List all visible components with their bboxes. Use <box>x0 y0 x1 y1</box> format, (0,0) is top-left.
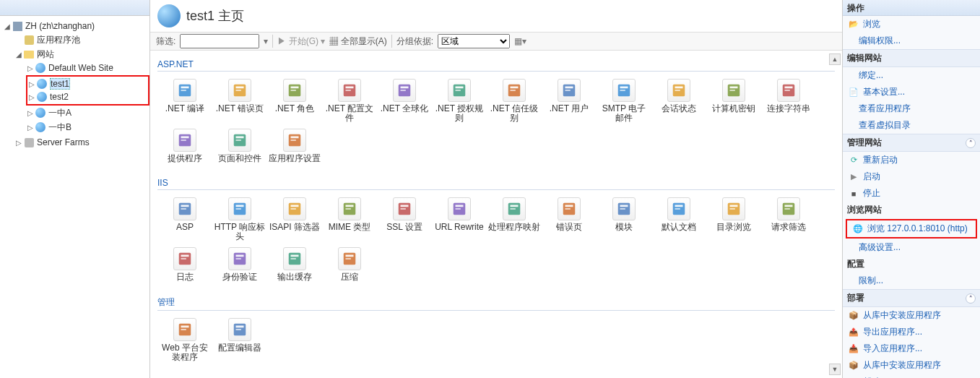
action-start[interactable]: ▶启动 <box>843 168 980 185</box>
action-stop[interactable]: ■停止 <box>843 185 980 202</box>
svg-rect-10 <box>346 87 354 89</box>
feature-tile[interactable]: .NET 全球化 <box>377 76 432 126</box>
expand-icon[interactable]: ◢ <box>14 51 23 59</box>
tree-site-b[interactable]: ▷ 一中B <box>26 121 149 134</box>
feature-tile[interactable]: SMTP 电子邮件 <box>597 76 651 126</box>
feature-tile[interactable]: 压缩 <box>322 244 377 285</box>
feature-tile[interactable]: 请求筛选 <box>761 194 816 244</box>
action-install-gallery-2[interactable]: 📦从库中安装应用程序 <box>843 357 980 374</box>
feature-tile[interactable]: 页面和控件 <box>212 126 267 166</box>
feature-tile[interactable]: 日志 <box>157 244 212 285</box>
view-toggle-icon[interactable]: ▦▾ <box>514 36 526 46</box>
feature-tile[interactable]: 错误页 <box>542 194 597 244</box>
action-basic-settings[interactable]: 📄基本设置... <box>843 84 980 100</box>
feature-tile[interactable]: .NET 授权规则 <box>432 76 487 126</box>
feature-tile[interactable]: 输出缓存 <box>267 244 322 285</box>
feature-label: .NET 角色 <box>275 104 314 113</box>
feature-tile[interactable]: MIME 类型 <box>322 194 377 244</box>
svg-rect-4 <box>236 87 244 89</box>
feature-tile[interactable]: 目录浏览 <box>706 194 761 244</box>
svg-rect-47 <box>181 208 186 210</box>
svg-rect-65 <box>511 208 516 210</box>
expand-icon[interactable]: ▷ <box>27 93 36 101</box>
feature-tile[interactable]: 处理程序映射 <box>487 194 542 244</box>
action-install-gallery[interactable]: 📦从库中安装应用程序 <box>843 307 980 324</box>
feature-tile[interactable]: 应用程序设置 <box>267 126 322 166</box>
expand-icon[interactable]: ▷ <box>27 80 36 88</box>
show-all-button[interactable]: ▦ 全部显示(A) <box>329 35 386 48</box>
tree-site-default[interactable]: ▷ Default Web Site <box>26 61 149 74</box>
tree-server-farms[interactable]: ▷ Server Farms <box>14 136 149 149</box>
action-browse-url[interactable]: 🌐浏览 127.0.0.1:8010 (http) <box>847 220 976 237</box>
feature-tile[interactable]: Web 平台安装程序 <box>157 315 212 365</box>
feature-tile[interactable]: 提供程序 <box>157 126 212 166</box>
feature-tile[interactable]: .NET 用户 <box>542 76 597 126</box>
connections-header <box>0 0 149 16</box>
feature-tile[interactable]: 身份验证 <box>212 244 267 285</box>
feature-tile[interactable]: HTTP 响应标头 <box>212 194 267 244</box>
feature-tile[interactable]: 计算机密钥 <box>706 76 761 126</box>
action-restart[interactable]: ⟳重新启动 <box>843 152 980 168</box>
feature-tile[interactable]: .NET 信任级别 <box>487 76 542 126</box>
action-explore[interactable]: 📂浏览 <box>843 16 980 33</box>
section-deploy[interactable]: 部署˄ <box>843 289 980 307</box>
feature-grid: ASPHTTP 响应标头ISAPI 筛选器MIME 类型SSL 设置URL Re… <box>157 194 835 285</box>
feature-tile[interactable]: ASP <box>157 194 212 244</box>
start-button[interactable]: ▶ 开始(G) ▾ <box>277 35 325 48</box>
feature-tile[interactable]: 模块 <box>597 194 651 244</box>
feature-tile[interactable]: 默认文档 <box>651 194 706 244</box>
dropdown-icon[interactable]: ▾ <box>264 36 268 46</box>
tree-sites[interactable]: ◢ 网站 <box>14 48 149 61</box>
tree-site-a[interactable]: ▷ 一中A <box>26 106 149 119</box>
expand-icon[interactable]: ▷ <box>14 139 23 147</box>
feature-tile[interactable]: ISAPI 筛选器 <box>267 194 322 244</box>
feature-icon <box>612 79 636 102</box>
tree-server-node[interactable]: ◢ ZH (zh\zhanghan) <box>3 20 149 33</box>
feature-tile[interactable]: 会话状态 <box>651 76 706 126</box>
scroll-up-icon[interactable]: ▲ <box>829 53 841 65</box>
feature-tile[interactable]: .NET 错误页 <box>212 76 267 126</box>
feature-tile[interactable]: 配置编辑器 <box>212 315 267 365</box>
expand-icon[interactable]: ◢ <box>3 22 12 30</box>
feature-tile[interactable]: .NET 编译 <box>157 76 212 126</box>
action-help[interactable]: ?帮助 <box>843 374 980 378</box>
expand-icon[interactable]: ▷ <box>26 124 35 132</box>
feature-tile[interactable]: URL Rewrite <box>432 194 487 244</box>
globe-icon <box>36 91 48 103</box>
svg-rect-73 <box>675 205 683 207</box>
action-export-app[interactable]: 📤导出应用程序... <box>843 324 980 340</box>
feature-grid: .NET 编译.NET 错误页.NET 角色.NET 配置文件.NET 全球化.… <box>157 76 835 166</box>
action-edit-perm[interactable]: 编辑权限... <box>843 33 980 49</box>
filter-input[interactable] <box>180 34 259 48</box>
action-view-vdirs[interactable]: 查看虚拟目录 <box>843 117 980 134</box>
collapse-icon[interactable]: ˄ <box>966 138 976 148</box>
svg-rect-41 <box>236 139 241 141</box>
svg-rect-40 <box>236 137 244 139</box>
feature-tile[interactable]: .NET 配置文件 <box>322 76 377 126</box>
section-manage-site[interactable]: 管理网站˄ <box>843 134 980 152</box>
expand-icon[interactable]: ▷ <box>26 109 35 117</box>
action-view-apps[interactable]: 查看应用程序 <box>843 100 980 117</box>
svg-rect-58 <box>401 205 409 207</box>
action-limits[interactable]: 限制... <box>843 272 980 289</box>
feature-tile[interactable]: 连接字符串 <box>761 76 816 126</box>
feature-tile[interactable]: .NET 角色 <box>267 76 322 126</box>
scroll-down-icon[interactable]: ▼ <box>829 364 841 375</box>
feature-label: 请求筛选 <box>771 223 806 232</box>
action-bindings[interactable]: 绑定... <box>843 67 980 84</box>
action-import-app[interactable]: 📥导入应用程序... <box>843 340 980 357</box>
feature-icon <box>777 197 800 220</box>
page-title-row: test1 主页 <box>150 0 842 32</box>
tree-site-test1[interactable]: ▷ test1 <box>27 77 148 90</box>
collapse-icon[interactable]: ˄ <box>966 293 976 304</box>
svg-rect-26 <box>620 90 625 91</box>
expand-icon[interactable]: ▷ <box>26 64 35 72</box>
feature-label: .NET 配置文件 <box>324 104 376 123</box>
svg-rect-74 <box>675 208 680 210</box>
feature-tile[interactable]: SSL 设置 <box>377 194 432 244</box>
group-by-select[interactable]: 区域 <box>438 34 510 48</box>
action-adv-settings[interactable]: 高级设置... <box>843 239 980 256</box>
tree-site-test2[interactable]: ▷ test2 <box>27 90 148 103</box>
tree-app-pools[interactable]: 应用程序池 <box>14 33 149 46</box>
svg-rect-13 <box>401 87 409 89</box>
